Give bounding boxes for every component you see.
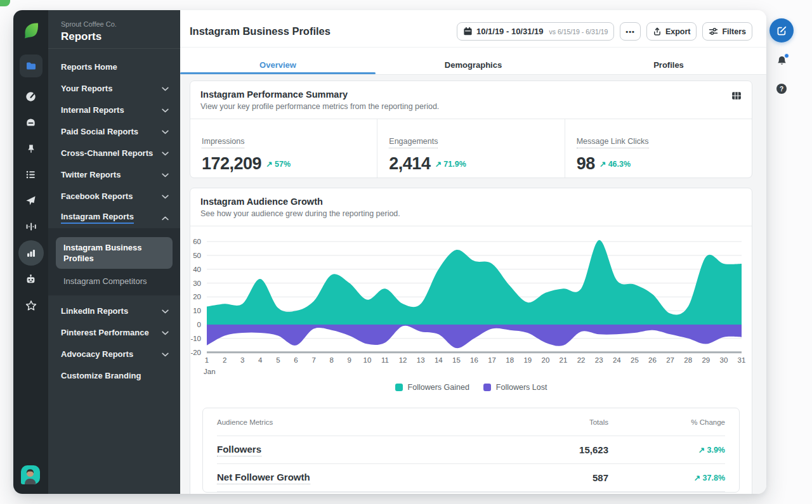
sidebar-item-your-reports[interactable]: Your Reports — [48, 77, 180, 99]
sidebar-item-paid-social-reports[interactable]: Paid Social Reports — [48, 120, 180, 142]
bar-chart-icon[interactable] — [13, 240, 48, 266]
svg-text:Jan: Jan — [204, 368, 216, 375]
svg-text:40: 40 — [193, 266, 201, 273]
sidebar-item-label: Reports Home — [61, 62, 117, 72]
report-content: Instagram Performance Summary View your … — [180, 75, 766, 494]
row-total: 15,623 — [488, 444, 608, 455]
notifications-button[interactable] — [776, 55, 788, 70]
more-options-button[interactable]: ••• — [620, 22, 641, 41]
send-icon[interactable] — [13, 188, 48, 214]
icon-rail — [13, 10, 48, 494]
compose-button[interactable] — [769, 18, 794, 42]
svg-text:0: 0 — [197, 321, 201, 328]
metric-value: 172,209 — [202, 154, 261, 174]
user-avatar[interactable] — [21, 465, 40, 484]
date-range-button[interactable]: 10/1/19 - 10/31/19 vs 6/15/19 - 6/31/19 — [457, 22, 614, 41]
sidebar-item-reports-home[interactable]: Reports Home — [48, 56, 180, 77]
metric-change: ↗ 71.9% — [435, 159, 466, 169]
chevron-down-icon — [162, 349, 169, 359]
gauge-icon[interactable] — [13, 84, 48, 110]
performance-summary-card: Instagram Performance Summary View your … — [190, 81, 752, 178]
sprout-leaf-logo[interactable] — [22, 22, 40, 39]
instagram-reports-group: Instagram Business Profiles Instagram Co… — [48, 228, 180, 295]
sidebar-item-instagram-business-profiles[interactable]: Instagram Business Profiles — [56, 237, 173, 269]
svg-text:4: 4 — [258, 356, 263, 364]
svg-text:13: 13 — [417, 356, 425, 364]
audience-growth-title: Instagram Audience Growth — [200, 197, 742, 207]
sidebar-item-pinterest-performance[interactable]: Pinterest Performance — [48, 321, 180, 343]
svg-text:14: 14 — [435, 356, 443, 364]
chevron-down-icon — [162, 170, 169, 179]
sidebar-item-label: Twitter Reports — [61, 170, 121, 179]
svg-text:8: 8 — [329, 356, 333, 364]
inbox-icon[interactable] — [13, 110, 48, 136]
svg-text:31: 31 — [738, 356, 746, 364]
sidebar-item-internal-reports[interactable]: Internal Reports — [48, 99, 180, 120]
tab-demographics[interactable]: Demographics — [376, 48, 571, 74]
date-range-label: 10/1/19 - 10/31/19 — [476, 27, 544, 36]
page-title: Instagram Business Profiles — [190, 25, 451, 37]
chevron-up-icon — [162, 213, 169, 223]
performance-summary-header: Instagram Performance Summary View your … — [190, 81, 752, 119]
svg-text:20: 20 — [193, 293, 201, 300]
performance-summary-subtitle: View your key profile performance metric… — [200, 102, 742, 111]
sidebar-item-advocacy-reports[interactable]: Advocacy Reports — [48, 343, 180, 365]
audience-growth-card: Instagram Audience Growth See how your a… — [190, 188, 752, 494]
help-button[interactable]: ? — [776, 84, 787, 94]
metric-label[interactable]: Engagements — [389, 137, 438, 148]
svg-text:15: 15 — [452, 356, 461, 364]
bot-icon[interactable] — [13, 266, 48, 292]
audience-growth-header: Instagram Audience Growth See how your a… — [190, 188, 752, 226]
metric-label[interactable]: Impressions — [202, 137, 244, 148]
sidebar-item-instagram-reports[interactable]: Instagram Reports — [48, 207, 180, 228]
svg-text:26: 26 — [648, 356, 657, 364]
tab-overview[interactable]: Overview — [180, 48, 376, 74]
svg-text:11: 11 — [381, 356, 389, 364]
sidebar-item-label: Internal Reports — [61, 105, 124, 115]
metric-value: 98 — [577, 154, 595, 174]
pin-icon[interactable] — [13, 136, 48, 162]
sidebar-item-label: Customize Branding — [61, 371, 141, 380]
svg-text:9: 9 — [348, 356, 351, 364]
svg-text:7: 7 — [311, 356, 315, 364]
filters-button[interactable]: Filters — [702, 22, 752, 41]
row-metric-label[interactable]: Followers — [217, 444, 261, 456]
svg-text:5: 5 — [276, 356, 280, 364]
sidebar-item-facebook-reports[interactable]: Facebook Reports — [48, 185, 180, 207]
tab-profiles[interactable]: Profiles — [571, 48, 766, 74]
svg-text:20: 20 — [542, 356, 550, 364]
reports-folder-nav[interactable] — [20, 55, 43, 77]
audience-growth-chart: 6050403020100-10-20123456789101112131415… — [190, 226, 752, 380]
sidebar-item-cross-channel-reports[interactable]: Cross-Channel Reports — [48, 142, 180, 164]
svg-text:24: 24 — [613, 356, 621, 364]
svg-text:22: 22 — [577, 356, 586, 364]
performance-summary-title: Instagram Performance Summary — [200, 89, 742, 100]
svg-text:3: 3 — [240, 356, 244, 364]
sidebar-item-customize-branding[interactable]: Customize Branding — [48, 365, 180, 386]
chart-legend: Followers GainedFollowers Lost — [190, 380, 752, 394]
svg-text:19: 19 — [523, 356, 532, 364]
sidebar-item-instagram-competitors[interactable]: Instagram Competitors — [56, 269, 173, 286]
svg-text:27: 27 — [666, 356, 674, 364]
compare-range-label: vs 6/15/19 - 6/31/19 — [549, 28, 608, 36]
audience-growth-subtitle: See how your audience grew during the re… — [200, 209, 742, 218]
svg-text:25: 25 — [631, 356, 639, 364]
row-metric-label[interactable]: Net Follower Growth — [217, 472, 310, 484]
svg-text:10: 10 — [193, 307, 201, 314]
listening-icon[interactable] — [13, 214, 48, 240]
export-button[interactable]: Export — [646, 22, 697, 41]
metric-label[interactable]: Message Link Clicks — [577, 137, 649, 148]
filters-label: Filters — [722, 27, 746, 36]
audience-metrics-table: Audience Metrics Totals % Change Followe… — [202, 408, 740, 493]
list-icon[interactable] — [13, 162, 48, 188]
sidebar-item-twitter-reports[interactable]: Twitter Reports — [48, 164, 180, 185]
sidebar-item-linkedin-reports[interactable]: LinkedIn Reports — [48, 300, 180, 321]
star-icon[interactable] — [13, 292, 48, 318]
table-view-icon[interactable] — [731, 91, 742, 103]
svg-text:18: 18 — [506, 356, 514, 364]
svg-text:30: 30 — [193, 280, 201, 287]
sidebar-item-label: Facebook Reports — [61, 191, 133, 201]
svg-text:28: 28 — [684, 356, 692, 364]
svg-text:21: 21 — [560, 356, 568, 364]
svg-text:1: 1 — [205, 356, 209, 364]
